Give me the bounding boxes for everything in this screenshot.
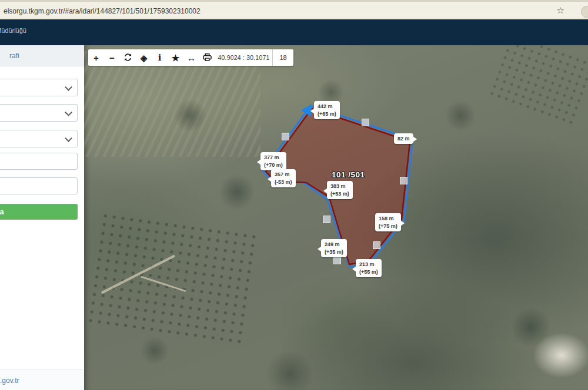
measure-icon: ↔ — [187, 53, 196, 62]
measurement-value: 357 m — [275, 171, 292, 179]
screen: elsorgu.tkgm.gov.tr/#ara/idari/144827/10… — [0, 0, 588, 390]
vertex-handle[interactable] — [333, 257, 341, 264]
parcel-number-label: 101 /501 — [332, 170, 365, 179]
app-title: Müdürlüğü — [0, 27, 26, 34]
bookmark-star-icon[interactable]: ☆ — [557, 5, 564, 16]
info-button[interactable]: i — [152, 49, 168, 66]
measurement-value: 442 m — [318, 103, 336, 110]
favorites-icon: ★ — [172, 53, 179, 62]
zoom-in-button[interactable]: + — [88, 49, 104, 66]
measurement-label: 158 m(+75 m) — [375, 213, 401, 231]
terrain-fields — [84, 51, 260, 157]
vertex-handle[interactable] — [400, 177, 407, 184]
chevron-down-icon — [65, 135, 72, 142]
app-header: Müdürlüğü — [0, 19, 588, 45]
measurement-label: 249 m(+35 m) — [321, 239, 347, 257]
footer-link[interactable]: .gov.tr — [0, 376, 19, 385]
measurement-label: 383 m(+53 m) — [327, 181, 353, 199]
map-canvas[interactable]: 442 m(+65 m)82 m377 m(+70 m)357 m(-53 m)… — [84, 45, 588, 390]
locate-icon: ◈ — [141, 53, 148, 62]
terrain-orchard — [86, 211, 259, 347]
vertex-handle[interactable] — [362, 119, 369, 126]
sidebar-footer: .gov.tr — [0, 369, 84, 390]
print-icon — [203, 53, 212, 62]
terrain-trees — [84, 45, 588, 390]
measurement-label: 213 m(+55 m) — [356, 259, 382, 277]
measurement-label: 357 m(-53 m) — [271, 169, 296, 187]
measurement-value: 158 m — [379, 215, 397, 223]
measurement-delta: (+75 m) — [379, 223, 397, 230]
sorgula-button[interactable]: ula — [0, 204, 78, 220]
measurement-value: 383 m — [330, 183, 349, 190]
tab-cografi[interactable]: rafi — [9, 52, 19, 60]
zoom-out-button[interactable]: − — [104, 49, 120, 66]
select-field-2[interactable] — [0, 104, 78, 122]
terrain-road — [141, 276, 186, 292]
chevron-down-icon — [65, 109, 72, 116]
refresh-icon — [123, 53, 132, 63]
measurement-delta: (+55 m) — [359, 268, 378, 276]
browser-profile-icon[interactable] — [581, 6, 588, 18]
measurement-delta: (-53 m) — [275, 179, 292, 186]
measurement-label: 82 m — [394, 133, 413, 144]
info-icon: i — [158, 53, 162, 62]
sidebar: rafi ula .gov.tr — [0, 45, 84, 390]
measurement-delta: (+65 m) — [318, 110, 336, 118]
locate-button[interactable]: ◈ — [136, 49, 152, 66]
text-field-2[interactable] — [0, 177, 78, 194]
select-field-3[interactable] — [0, 130, 78, 147]
favorites-button[interactable]: ★ — [168, 49, 183, 66]
map-toolbar: +−◈i★↔ 40.9024 : 30.1071 18 — [88, 49, 293, 66]
measurement-delta: (+70 m) — [264, 162, 283, 169]
measurement-delta: (+35 m) — [325, 248, 343, 256]
measurement-value: 213 m — [359, 261, 378, 268]
zoom-in-icon: + — [93, 53, 99, 62]
vertex-handle[interactable] — [373, 241, 380, 249]
terrain-road — [101, 254, 176, 294]
vertex-handle[interactable] — [323, 216, 330, 223]
map-toolbar-buttons: +−◈i★↔ — [88, 49, 215, 66]
text-field-1[interactable] — [0, 153, 78, 170]
url-text[interactable]: elsorgu.tkgm.gov.tr/#ara/idari/144827/10… — [4, 7, 201, 15]
measurement-value: 377 m — [264, 154, 283, 162]
coordinates-display: 40.9024 : 30.1071 — [215, 49, 272, 66]
vertex-handle[interactable] — [282, 133, 289, 140]
zoom-out-icon: − — [109, 53, 115, 62]
measurement-label: 377 m(+70 m) — [260, 152, 286, 170]
select-field-1[interactable] — [0, 79, 78, 96]
terrain-orchard — [486, 45, 588, 130]
print-button[interactable] — [199, 49, 215, 66]
measurement-value: 249 m — [325, 241, 343, 248]
sidebar-tabs: rafi — [0, 45, 84, 66]
measurement-label: 442 m(+65 m) — [314, 101, 340, 119]
browser-url-bar: elsorgu.tkgm.gov.tr/#ara/idari/144827/10… — [0, 0, 588, 19]
measurement-delta: (+53 m) — [330, 190, 349, 198]
refresh-button[interactable] — [120, 49, 136, 66]
chevron-down-icon — [65, 83, 72, 91]
zoom-level-display: 18 — [272, 49, 293, 66]
measurement-value: 82 m — [397, 135, 410, 143]
measure-button[interactable]: ↔ — [183, 49, 199, 66]
parcel-svg — [84, 45, 588, 390]
